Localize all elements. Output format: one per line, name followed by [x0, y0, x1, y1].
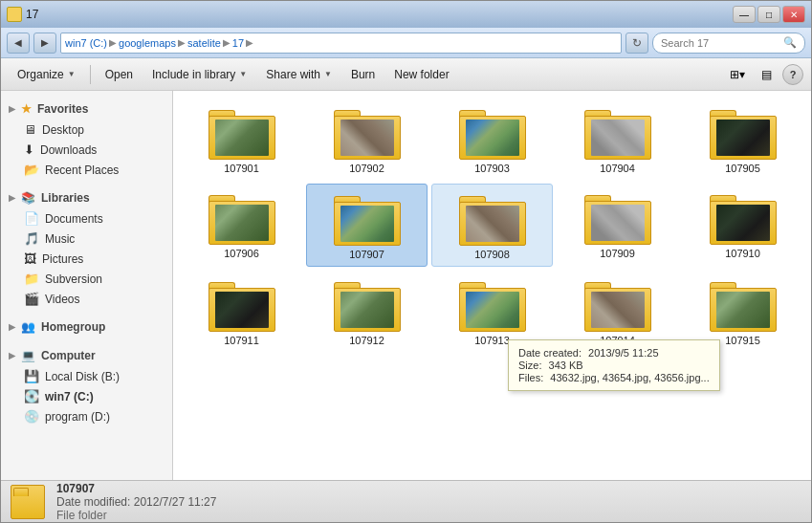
folder-item[interactable]: 107912 [306, 271, 428, 352]
folder-thumbnail [215, 292, 269, 328]
search-box[interactable]: 🔍 [652, 33, 805, 54]
folder-body [334, 116, 401, 160]
sidebar-item-recent[interactable]: 📂 Recent Places [1, 160, 172, 180]
sidebar-item-desktop[interactable]: 🖥 Desktop [1, 120, 172, 140]
folder-item[interactable]: 107905 [682, 98, 803, 180]
libraries-triangle: ▶ [9, 193, 15, 203]
folder-body [208, 201, 275, 245]
folder-item[interactable]: 107903 [431, 98, 553, 180]
desktop-icon: 🖥 [24, 122, 36, 137]
status-bar: 107907 Date modified: 2012/7/27 11:27 Fi… [1, 480, 811, 522]
folder-item[interactable]: 107907 [306, 184, 428, 267]
divider-3 [1, 338, 172, 345]
close-button[interactable]: ✕ [782, 6, 805, 23]
sidebar-homegroup-header[interactable]: ▶ 👥 Homegroup [1, 316, 172, 338]
breadcrumb-drive[interactable]: win7 (C:) [65, 37, 107, 49]
sidebar-item-program-d[interactable]: 💿 program (D:) [1, 406, 172, 426]
folder-label: 107911 [224, 335, 259, 346]
breadcrumb-googlemaps[interactable]: googlemaps [119, 37, 176, 49]
music-icon: 🎵 [24, 231, 39, 246]
folder-item[interactable]: 107906 [181, 184, 302, 267]
layout-button[interactable]: ▤ [754, 64, 779, 85]
homegroup-label: Homegroup [41, 320, 105, 334]
favorites-icon: ★ [21, 102, 32, 116]
sidebar-libraries-header[interactable]: ▶ 📚 Libraries [1, 187, 172, 208]
folder-body [334, 202, 401, 246]
sidebar-item-win7-c[interactable]: 💽 win7 (C:) [1, 386, 172, 406]
disk-d-icon: 💿 [24, 409, 39, 424]
sidebar-item-subversion[interactable]: 📁 Subversion [1, 269, 172, 289]
folder-thumbnail [591, 292, 645, 328]
recent-label: Recent Places [45, 163, 119, 177]
sidebar-item-videos[interactable]: 🎬 Videos [1, 289, 172, 309]
organize-button[interactable]: Organize ▼ [9, 62, 84, 87]
sidebar-item-documents[interactable]: 📄 Documents [1, 208, 172, 229]
forward-button[interactable]: ▶ [33, 33, 56, 54]
help-button[interactable]: ? [782, 64, 803, 85]
folder-label: 107915 [725, 335, 760, 346]
burn-button[interactable]: Burn [342, 62, 384, 87]
recent-icon: 📂 [24, 163, 39, 177]
open-button[interactable]: Open [97, 62, 142, 87]
tooltip-date-label: Date created: [518, 347, 582, 359]
folder-body [584, 288, 651, 332]
folder-body [208, 116, 275, 160]
toolbar-sep-1 [90, 65, 91, 84]
file-grid: 107901 107902 107903 [173, 91, 811, 360]
folder-item[interactable]: 107904 [557, 98, 678, 180]
sidebar-item-pictures[interactable]: 🖼 Pictures [1, 249, 172, 269]
folder-item[interactable]: 107908 [431, 184, 553, 267]
desktop-label: Desktop [42, 123, 84, 137]
refresh-button[interactable]: ↻ [625, 33, 648, 54]
maximize-button[interactable]: □ [757, 6, 780, 23]
sidebar-favorites-header[interactable]: ▶ ★ Favorites [1, 98, 172, 120]
folder-label: 107907 [349, 249, 384, 260]
folder-item[interactable]: 107911 [181, 271, 302, 352]
tooltip-date-row: Date created: 2013/9/5 11:25 [518, 347, 710, 359]
folder-item[interactable]: 107901 [181, 98, 302, 180]
folder-icon [710, 189, 777, 245]
divider-1 [1, 180, 172, 187]
folder-thumbnail [215, 205, 269, 241]
folder-thumbnail [716, 205, 770, 241]
folder-item[interactable]: 107910 [682, 184, 803, 267]
subversion-label: Subversion [45, 272, 102, 286]
sidebar-item-downloads[interactable]: ⬇ Downloads [1, 140, 172, 160]
downloads-label: Downloads [40, 143, 97, 157]
folder-icon [584, 189, 651, 245]
documents-icon: 📄 [24, 211, 39, 226]
folder-thumbnail [340, 120, 394, 156]
folder-item[interactable]: 107909 [557, 184, 678, 267]
folder-thumbnail [215, 120, 269, 156]
tooltip-popup: Date created: 2013/9/5 11:25 Size: 343 K… [508, 339, 720, 391]
sidebar-item-music[interactable]: 🎵 Music [1, 229, 172, 249]
folder-item[interactable]: 107902 [306, 98, 428, 180]
folder-label: 107904 [600, 163, 635, 174]
folder-body [584, 116, 651, 160]
sidebar-item-local-disk-b[interactable]: 💾 Local Disk (B:) [1, 366, 172, 386]
folder-thumbnail [466, 206, 519, 242]
sep2: ▶ [178, 37, 186, 48]
share-with-button[interactable]: Share with ▼ [257, 62, 340, 87]
search-input[interactable] [661, 37, 779, 49]
back-button[interactable]: ◀ [7, 33, 30, 54]
sidebar-computer-header[interactable]: ▶ 💻 Computer [1, 345, 172, 366]
minimize-button[interactable]: — [733, 6, 756, 23]
view-toggle-button[interactable]: ⊞▾ [725, 64, 750, 85]
new-folder-button[interactable]: New folder [385, 62, 457, 87]
breadcrumb[interactable]: win7 (C:) ▶ googlemaps ▶ satelite ▶ 17 ▶ [60, 33, 622, 54]
disk-d-label: program (D:) [45, 410, 110, 424]
folder-body [710, 201, 777, 245]
libraries-label: Libraries [41, 191, 90, 205]
videos-icon: 🎬 [24, 292, 39, 306]
organize-dropdown-arrow: ▼ [68, 70, 76, 78]
folder-thumbnail [591, 120, 645, 156]
videos-label: Videos [45, 293, 79, 306]
breadcrumb-satelite[interactable]: satelite [187, 37, 221, 49]
title-controls: — □ ✕ [733, 6, 805, 23]
folder-icon [459, 190, 526, 246]
folder-label: 107908 [474, 249, 510, 260]
explorer-window: 17 — □ ✕ ◀ ▶ win7 (C:) ▶ googlemaps ▶ sa… [0, 0, 812, 523]
include-in-library-button[interactable]: Include in library ▼ [143, 62, 255, 87]
breadcrumb-17[interactable]: 17 [232, 37, 244, 49]
